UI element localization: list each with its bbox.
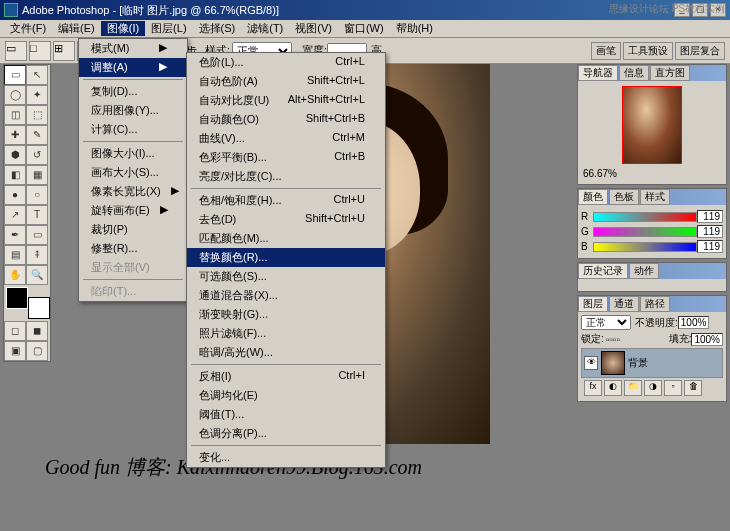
hand-tool[interactable]: ✋ bbox=[4, 265, 26, 285]
layer-row[interactable]: 👁 背景 bbox=[581, 348, 723, 378]
menu-item[interactable]: 通道混合器(X)... bbox=[187, 286, 385, 305]
menu-item[interactable]: 色彩平衡(B)...Ctrl+B bbox=[187, 148, 385, 167]
slice-tool[interactable]: ⬚ bbox=[26, 105, 48, 125]
g-value[interactable]: 119 bbox=[697, 225, 723, 238]
tab-actions[interactable]: 动作 bbox=[629, 263, 659, 279]
tab-histogram[interactable]: 直方图 bbox=[650, 65, 690, 81]
eraser-tool[interactable]: ◧ bbox=[4, 165, 26, 185]
folder-icon[interactable]: 📁 bbox=[624, 380, 642, 396]
tab-navigator[interactable]: 导航器 bbox=[578, 65, 618, 81]
crop-tool[interactable]: ◫ bbox=[4, 105, 26, 125]
notes-tool[interactable]: ▤ bbox=[4, 245, 26, 265]
menu-item[interactable]: 调整(A)▶ bbox=[79, 58, 187, 77]
quickmask-on[interactable]: ◼ bbox=[26, 321, 48, 341]
quickmask-off[interactable]: ◻ bbox=[4, 321, 26, 341]
fx-icon[interactable]: fx bbox=[584, 380, 602, 396]
tab-layers[interactable]: 图层 bbox=[578, 296, 608, 312]
visibility-icon[interactable]: 👁 bbox=[584, 356, 598, 370]
menu-item[interactable]: 色调均化(E) bbox=[187, 386, 385, 405]
menu-filter[interactable]: 滤镜(T) bbox=[241, 21, 289, 36]
menu-help[interactable]: 帮助(H) bbox=[390, 21, 439, 36]
pen-tool[interactable]: ✒ bbox=[4, 225, 26, 245]
brush-tool[interactable]: ✎ bbox=[26, 125, 48, 145]
screen-full[interactable]: ▢ bbox=[26, 341, 48, 361]
menu-image[interactable]: 图像(I) bbox=[101, 21, 145, 36]
lasso-tool[interactable]: ◯ bbox=[4, 85, 26, 105]
screen-standard[interactable]: ▣ bbox=[4, 341, 26, 361]
tab-tool-presets[interactable]: 工具预设 bbox=[623, 42, 673, 60]
b-slider[interactable] bbox=[593, 242, 697, 252]
menu-item[interactable]: 替换颜色(R)... bbox=[187, 248, 385, 267]
navigator-thumbnail[interactable] bbox=[622, 86, 682, 164]
wand-tool[interactable]: ✦ bbox=[26, 85, 48, 105]
blend-mode-select[interactable]: 正常 bbox=[581, 315, 631, 330]
menu-item[interactable]: 自动色阶(A)Shift+Ctrl+L bbox=[187, 72, 385, 91]
menu-item[interactable]: 色相/饱和度(H)...Ctrl+U bbox=[187, 191, 385, 210]
b-value[interactable]: 119 bbox=[697, 240, 723, 253]
marquee-preset-icon[interactable]: ▭ bbox=[5, 41, 27, 61]
opt-new[interactable]: □ bbox=[29, 41, 51, 61]
blur-tool[interactable]: ● bbox=[4, 185, 26, 205]
tab-brushes[interactable]: 画笔 bbox=[591, 42, 621, 60]
menu-item[interactable]: 自动对比度(U)Alt+Shift+Ctrl+L bbox=[187, 91, 385, 110]
menu-item[interactable]: 匹配颜色(M)... bbox=[187, 229, 385, 248]
tab-color[interactable]: 颜色 bbox=[578, 189, 608, 205]
menu-item[interactable]: 图像大小(I)... bbox=[79, 144, 187, 163]
menu-window[interactable]: 窗口(W) bbox=[338, 21, 390, 36]
menu-item[interactable]: 可选颜色(S)... bbox=[187, 267, 385, 286]
menu-item[interactable]: 陷印(T)... bbox=[79, 282, 187, 301]
menu-item[interactable]: 修整(R)... bbox=[79, 239, 187, 258]
menu-item[interactable]: 亮度/对比度(C)... bbox=[187, 167, 385, 186]
menu-item[interactable]: 旋转画布(E)▶ bbox=[79, 201, 187, 220]
menu-item[interactable]: 变化... bbox=[187, 448, 385, 467]
r-value[interactable]: 119 bbox=[697, 210, 723, 223]
shape-tool[interactable]: ▭ bbox=[26, 225, 48, 245]
menu-item[interactable]: 复制(D)... bbox=[79, 82, 187, 101]
menu-item[interactable]: 色阶(L)...Ctrl+L bbox=[187, 53, 385, 72]
marquee-tool[interactable]: ▭ bbox=[4, 65, 26, 85]
menu-item[interactable]: 渐变映射(G)... bbox=[187, 305, 385, 324]
menu-layer[interactable]: 图层(L) bbox=[145, 21, 192, 36]
menu-item[interactable]: 画布大小(S)... bbox=[79, 163, 187, 182]
menu-item[interactable]: 像素长宽比(X)▶ bbox=[79, 182, 187, 201]
tab-layer-comps[interactable]: 图层复合 bbox=[675, 42, 725, 60]
menu-item[interactable]: 暗调/高光(W)... bbox=[187, 343, 385, 362]
menu-item[interactable]: 照片滤镜(F)... bbox=[187, 324, 385, 343]
menu-item[interactable]: 色调分离(P)... bbox=[187, 424, 385, 443]
fill-value[interactable]: 100% bbox=[691, 333, 723, 346]
menu-item[interactable]: 模式(M)▶ bbox=[79, 39, 187, 58]
menu-item[interactable]: 阈值(T)... bbox=[187, 405, 385, 424]
gradient-tool[interactable]: ▦ bbox=[26, 165, 48, 185]
color-swatch[interactable] bbox=[6, 287, 50, 319]
zoom-tool[interactable]: 🔍 bbox=[26, 265, 48, 285]
tab-info[interactable]: 信息 bbox=[619, 65, 649, 81]
r-slider[interactable] bbox=[593, 212, 697, 222]
type-tool[interactable]: T bbox=[26, 205, 48, 225]
new-layer-icon[interactable]: ▫ bbox=[664, 380, 682, 396]
menu-item[interactable]: 显示全部(V) bbox=[79, 258, 187, 277]
heal-tool[interactable]: ✚ bbox=[4, 125, 26, 145]
menu-item[interactable]: 裁切(P) bbox=[79, 220, 187, 239]
menu-view[interactable]: 视图(V) bbox=[289, 21, 338, 36]
menu-file[interactable]: 文件(F) bbox=[4, 21, 52, 36]
adjust-icon[interactable]: ◑ bbox=[644, 380, 662, 396]
menu-item[interactable]: 曲线(V)...Ctrl+M bbox=[187, 129, 385, 148]
g-slider[interactable] bbox=[593, 227, 697, 237]
mask-icon[interactable]: ◐ bbox=[604, 380, 622, 396]
history-brush-tool[interactable]: ↺ bbox=[26, 145, 48, 165]
menu-item[interactable]: 应用图像(Y)... bbox=[79, 101, 187, 120]
stamp-tool[interactable]: ⬢ bbox=[4, 145, 26, 165]
tab-paths[interactable]: 路径 bbox=[640, 296, 670, 312]
tab-channels[interactable]: 通道 bbox=[609, 296, 639, 312]
opacity-value[interactable]: 100% bbox=[678, 316, 710, 329]
trash-icon[interactable]: 🗑 bbox=[684, 380, 702, 396]
menu-item[interactable]: 自动颜色(O)Shift+Ctrl+B bbox=[187, 110, 385, 129]
path-tool[interactable]: ↗ bbox=[4, 205, 26, 225]
menu-edit[interactable]: 编辑(E) bbox=[52, 21, 101, 36]
move-tool[interactable]: ↖ bbox=[26, 65, 48, 85]
tab-styles[interactable]: 样式 bbox=[640, 189, 670, 205]
layer-thumbnail[interactable] bbox=[601, 351, 625, 375]
tab-history[interactable]: 历史记录 bbox=[578, 263, 628, 279]
opt-add[interactable]: ⊞ bbox=[53, 41, 75, 61]
menu-item[interactable]: 反相(I)Ctrl+I bbox=[187, 367, 385, 386]
